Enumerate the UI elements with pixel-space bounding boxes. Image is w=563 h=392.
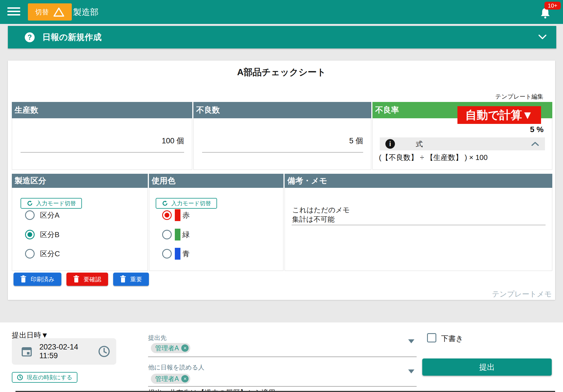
- category-option-b[interactable]: 区分B: [25, 230, 59, 240]
- remove-chip-icon[interactable]: [181, 375, 189, 382]
- checksheet-card: A部品チェックシート テンプレート編集 自動で計算▼ 生産数 100 個 不良数…: [8, 61, 555, 300]
- color-input-mode-button[interactable]: 入力モード切替: [156, 198, 217, 209]
- sheet-title: A部品チェックシート: [8, 66, 555, 79]
- production-column: 生産数 100 個: [12, 102, 192, 170]
- form-section-header: 日報の新規作成: [8, 26, 556, 48]
- datetime-picker[interactable]: 2023-02-14 11:59: [12, 338, 116, 365]
- category-input-mode-button[interactable]: 入力モード切替: [21, 198, 82, 209]
- form-title: 日報の新規作成: [42, 26, 102, 48]
- memo-header: 備考・メモ: [285, 174, 552, 188]
- tag-printed-button[interactable]: 印刷済み: [14, 273, 61, 286]
- collapse-chevron-icon[interactable]: [538, 34, 547, 40]
- info-icon: [385, 139, 395, 149]
- defects-input-underline: [202, 152, 363, 153]
- remove-chip-icon[interactable]: [181, 344, 189, 352]
- submit-to-chip[interactable]: 管理者A: [151, 343, 190, 353]
- chevron-up-icon[interactable]: [531, 142, 539, 146]
- set-current-time-button[interactable]: 現在の時刻にする: [12, 372, 77, 383]
- clock-icon[interactable]: [98, 346, 110, 357]
- readers-label: 他に日報を読める人: [148, 363, 204, 372]
- set-current-time-label: 現在の時刻にする: [27, 374, 72, 381]
- tag-important-button[interactable]: 重要: [113, 273, 149, 286]
- radio-selected-icon[interactable]: [25, 230, 35, 239]
- radio-unselected-icon[interactable]: [25, 249, 35, 259]
- memo-column: 備考・メモ これはただのメモ 集計は不可能: [285, 174, 552, 271]
- readers-underline: [148, 386, 417, 387]
- memo-line-2[interactable]: 集計は不可能: [292, 215, 335, 224]
- draft-label: 下書き: [441, 334, 463, 344]
- tag-label: 印刷済み: [31, 275, 55, 283]
- color-option-blue[interactable]: 青: [162, 249, 190, 259]
- submit-to-dropdown-icon[interactable]: [408, 339, 414, 343]
- defects-header: 不良数: [193, 102, 371, 118]
- defects-cell: 5 個: [193, 118, 371, 170]
- color-input-mode-label: 入力モード切替: [171, 200, 211, 207]
- template-memo-link[interactable]: テンプレートメモ: [492, 289, 552, 299]
- category-option-c[interactable]: 区分C: [25, 249, 60, 259]
- formula-expression: (【不良数】 ÷ 【生産数】 ) × 100: [379, 153, 488, 162]
- defects-column: 不良数 5 個: [193, 102, 371, 170]
- radio-unselected-icon[interactable]: [162, 230, 172, 239]
- chip-label: 管理者A: [155, 344, 179, 353]
- color-cell: 入力モード切替 赤 緑 青: [149, 188, 283, 271]
- template-edit-link[interactable]: テンプレート編集: [495, 93, 543, 101]
- notification-badge[interactable]: 10+: [544, 2, 561, 10]
- production-value[interactable]: 100 個: [162, 136, 184, 146]
- auto-calc-badge: 自動で計算▼: [457, 106, 541, 124]
- numeric-table: 自動で計算▼ 生産数 100 個 不良数 5 個 不良率 5 %: [12, 102, 552, 170]
- green-swatch: [175, 229, 180, 240]
- formula-label: 式: [416, 139, 423, 149]
- triangle-icon: [53, 7, 64, 17]
- attribute-table: 製造区分 入力モード切替 区分A 区分B: [12, 174, 552, 271]
- color-option-red[interactable]: 赤: [162, 210, 190, 220]
- radio-selected-icon[interactable]: [162, 210, 172, 220]
- radio-unselected-icon[interactable]: [25, 210, 35, 220]
- formula-accordion[interactable]: 式: [380, 137, 545, 150]
- category-column: 製造区分 入力モード切替 区分A 区分B: [12, 174, 148, 271]
- tag-needs-check-button[interactable]: 要確認: [66, 273, 108, 286]
- menu-icon[interactable]: [7, 7, 20, 17]
- datetime-value: 2023-02-14 11:59: [39, 343, 99, 360]
- submit-to-underline: [148, 357, 417, 357]
- submission-panel: 提出日時▼ 2023-02-14 11:59 現在の時刻にする 提出先 管理者A…: [0, 322, 563, 392]
- tag-label: 要確認: [84, 275, 101, 283]
- submit-button[interactable]: 提出: [422, 358, 552, 376]
- memo-line-1[interactable]: これはただのメモ: [292, 205, 350, 215]
- tag-label: 重要: [130, 275, 142, 283]
- color-option-green[interactable]: 緑: [162, 230, 190, 240]
- category-option-a[interactable]: 区分A: [25, 210, 59, 220]
- production-input-underline: [21, 152, 184, 153]
- chip-label: 管理者A: [155, 375, 179, 383]
- category-input-mode-label: 入力モード切替: [36, 200, 76, 207]
- defect-rate-value: 5 %: [530, 125, 544, 134]
- switch-department-button[interactable]: 切替: [28, 3, 72, 21]
- help-icon[interactable]: [25, 32, 35, 42]
- color-column: 使用色 入力モード切替 赤 緑: [149, 174, 283, 271]
- readers-chip[interactable]: 管理者A: [151, 374, 190, 384]
- color-header: 使用色: [149, 174, 283, 188]
- production-cell: 100 個: [12, 118, 192, 170]
- defects-value[interactable]: 5 個: [349, 136, 363, 146]
- app-bar: 切替 製造部 10+: [0, 0, 563, 24]
- blue-swatch: [175, 248, 180, 260]
- radio-unselected-icon[interactable]: [162, 249, 172, 259]
- screen: 切替 製造部 10+ 日報の新規作成 A部品チェックシート テンプレート編集 自…: [0, 0, 563, 392]
- memo-input-underline: [292, 225, 546, 225]
- defect-rate-cell: 5 % 式 (【不良数】 ÷ 【生産数】 ) × 100: [372, 118, 552, 170]
- draft-checkbox[interactable]: [427, 333, 436, 342]
- department-title: 製造部: [73, 0, 99, 24]
- tag-buttons: 印刷済み 要確認 重要: [14, 273, 149, 286]
- switch-button-label: 切替: [35, 8, 49, 17]
- calendar-icon: [21, 346, 32, 357]
- category-cell: 入力モード切替 区分A 区分B 区分C: [12, 188, 148, 271]
- clock-small-icon: [17, 374, 23, 380]
- red-swatch: [175, 209, 180, 221]
- submit-to-label: 提出先: [148, 334, 167, 342]
- readers-dropdown-icon[interactable]: [408, 369, 414, 373]
- production-header: 生産数: [12, 102, 192, 118]
- bottom-divider: [15, 391, 555, 392]
- memo-cell: これはただのメモ 集計は不可能: [285, 188, 552, 271]
- category-header: 製造区分: [12, 174, 148, 188]
